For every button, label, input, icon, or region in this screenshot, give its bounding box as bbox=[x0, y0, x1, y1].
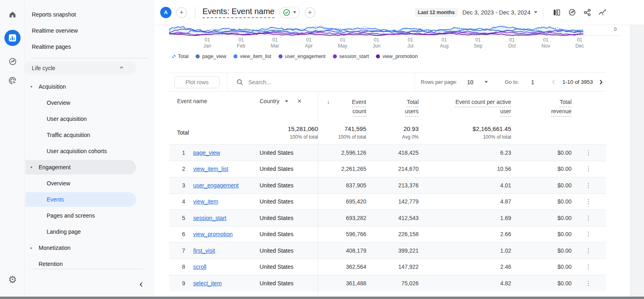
row-menu-icon[interactable]: ⋮ bbox=[572, 263, 606, 270]
page-title[interactable]: Events: Event name bbox=[202, 7, 275, 18]
remove-country-icon[interactable]: ✕ bbox=[297, 98, 302, 104]
event-link[interactable]: scroll bbox=[193, 264, 206, 270]
column-header-event-count-per-active-user[interactable]: Event count per activeuser bbox=[419, 91, 511, 116]
sidebar-item-reports-snapshot[interactable]: Reports snapshot bbox=[25, 6, 155, 23]
settings-gear-icon[interactable]: ⚙ bbox=[0, 274, 25, 285]
legend-dot-icon bbox=[172, 55, 175, 58]
plot-rows-button[interactable]: Plot rows bbox=[174, 76, 220, 88]
column-header-event-name[interactable]: Event name bbox=[169, 91, 254, 104]
chevron-down-icon[interactable]: ▾ bbox=[29, 85, 33, 89]
sidebar-item-landing-page[interactable]: Landing page bbox=[25, 224, 136, 240]
sidebar-item-pages-and-screens[interactable]: Pages and screens bbox=[25, 208, 136, 224]
sparkline-insights-icon[interactable] bbox=[595, 5, 610, 20]
explore-icon[interactable] bbox=[0, 52, 25, 71]
table-body: 1page_viewUnited States2,596,126418,4256… bbox=[169, 144, 606, 297]
sidebar-item-acquisition[interactable]: ▾Acquisition bbox=[25, 79, 136, 95]
legend-item-session-start[interactable]: session_start bbox=[333, 54, 369, 59]
sidebar-item-engagement[interactable]: ▾Engagement bbox=[25, 160, 136, 174]
event-link[interactable]: first_visit bbox=[193, 247, 215, 254]
share-icon[interactable] bbox=[580, 5, 595, 20]
row-menu-icon[interactable]: ⋮ bbox=[572, 182, 606, 189]
row-country: United States bbox=[254, 198, 318, 205]
zero-gridline bbox=[586, 35, 621, 36]
legend-dot-icon bbox=[233, 54, 237, 58]
controls-divider bbox=[227, 73, 227, 91]
row-menu-icon[interactable]: ⋮ bbox=[572, 247, 606, 254]
event-link[interactable]: user_engagement bbox=[193, 182, 239, 189]
x-tick-jul: 01Jul bbox=[398, 37, 423, 49]
sidebar-item-monetization[interactable]: ▸Monetization bbox=[25, 240, 136, 256]
pagination-range: 1-10 of 3953 bbox=[562, 79, 593, 85]
totals-metric-2: 20.93Avg 0% bbox=[366, 125, 419, 140]
row-menu-icon[interactable]: ⋮ bbox=[572, 280, 606, 287]
date-range-picker[interactable]: Dec 3, 2023 - Dec 3, 2024 bbox=[462, 9, 530, 16]
sidebar-bottom-divider bbox=[32, 269, 143, 269]
comparison-icon[interactable] bbox=[549, 5, 564, 20]
column-header-country[interactable]: Country ✕ bbox=[254, 91, 318, 104]
event-link[interactable]: view_promotion bbox=[193, 231, 233, 237]
home-icon[interactable] bbox=[0, 5, 25, 24]
row-total-users: 75,026 bbox=[366, 280, 419, 287]
report-status-pill[interactable] bbox=[279, 7, 300, 18]
row-index: 5 bbox=[169, 215, 185, 221]
row-per-user: 2.46 bbox=[419, 264, 511, 270]
add-report-button[interactable]: + bbox=[305, 7, 315, 18]
column-header-event-count[interactable]: Eventcount bbox=[318, 91, 366, 116]
row-event-count: 2,261,265 bbox=[318, 166, 366, 172]
sidebar-item-traffic-acquisition[interactable]: Traffic acquisition bbox=[25, 127, 136, 143]
legend-label: session_start bbox=[339, 54, 369, 59]
sidebar-item-realtime-pages[interactable]: Realtime pages bbox=[25, 39, 155, 55]
legend-item-total[interactable]: Total bbox=[172, 54, 188, 59]
sort-descending-icon[interactable]: ↓ bbox=[327, 98, 330, 105]
row-menu-icon[interactable]: ⋮ bbox=[572, 198, 606, 205]
row-total-users: 418,425 bbox=[366, 150, 419, 156]
insights-explore-icon[interactable] bbox=[564, 5, 580, 20]
add-comparison-button[interactable]: + bbox=[176, 7, 187, 18]
search-input[interactable] bbox=[248, 79, 415, 85]
event-link[interactable]: session_start bbox=[193, 215, 226, 221]
advertising-icon[interactable] bbox=[0, 71, 25, 90]
legend-item-view-promotion[interactable]: view_promotion bbox=[376, 54, 418, 59]
totals-metric-3: $2,165,661.45100% of total bbox=[419, 125, 511, 140]
sidebar-section-lifecycle[interactable]: Life cycle bbox=[25, 62, 136, 75]
row-menu-icon[interactable]: ⋮ bbox=[572, 165, 606, 172]
collapse-sidebar-button[interactable] bbox=[136, 280, 146, 289]
rows-per-page-caret[interactable] bbox=[485, 81, 488, 83]
sidebar-item-user-acquisition[interactable]: User acquisition bbox=[25, 111, 136, 127]
scrollbar-track[interactable] bbox=[630, 25, 644, 297]
prev-page-icon[interactable] bbox=[549, 77, 558, 87]
row-event-count: 408,179 bbox=[318, 247, 366, 254]
rows-per-page-value[interactable]: 10 bbox=[467, 79, 473, 85]
legend-item-page-view[interactable]: page_view bbox=[196, 54, 226, 59]
event-link[interactable]: page_view bbox=[193, 150, 220, 156]
reports-icon[interactable] bbox=[4, 30, 21, 46]
legend-item-view-item-list[interactable]: view_item_list bbox=[233, 54, 271, 59]
sidebar-item-events[interactable]: Events bbox=[25, 192, 136, 207]
column-header-total-users[interactable]: Totalusers bbox=[366, 91, 419, 116]
row-menu-icon[interactable]: ⋮ bbox=[572, 214, 606, 222]
sidebar-item-label: Retention bbox=[39, 261, 63, 267]
sidebar-item-overview[interactable]: Overview bbox=[25, 95, 136, 111]
x-tick-feb: 01Feb bbox=[229, 37, 253, 49]
row-menu-icon[interactable]: ⋮ bbox=[572, 230, 606, 238]
sidebar-item-realtime-overview[interactable]: Realtime overview bbox=[25, 23, 155, 39]
row-index: 1 bbox=[169, 150, 185, 156]
table-row-select-item: 9select_itemUnited States361,48875,0264.… bbox=[169, 275, 606, 291]
sidebar-item-user-acquisition-cohorts[interactable]: User acquisition cohorts bbox=[25, 143, 136, 159]
next-page-icon[interactable] bbox=[596, 77, 606, 87]
legend-item-user-engagement[interactable]: user_engagement bbox=[279, 54, 326, 59]
row-menu-icon[interactable]: ⋮ bbox=[572, 149, 606, 156]
sidebar-item-retention[interactable]: Retention bbox=[25, 256, 136, 272]
row-index: 8 bbox=[169, 264, 185, 270]
event-link[interactable]: view_item bbox=[193, 198, 218, 205]
column-header-total-revenue[interactable]: Totalrevenue bbox=[511, 91, 572, 116]
country-caret-icon[interactable] bbox=[285, 100, 288, 102]
avatar[interactable]: A bbox=[160, 7, 171, 18]
chevron-right-icon[interactable]: ▸ bbox=[29, 246, 33, 250]
event-link[interactable]: select_item bbox=[193, 280, 222, 287]
chevron-down-icon[interactable] bbox=[534, 11, 537, 13]
goto-value[interactable]: 1 bbox=[531, 79, 534, 85]
chevron-down-icon[interactable]: ▾ bbox=[29, 165, 33, 169]
event-link[interactable]: view_item_list bbox=[193, 166, 228, 172]
sidebar-item-overview[interactable]: Overview bbox=[25, 175, 136, 191]
